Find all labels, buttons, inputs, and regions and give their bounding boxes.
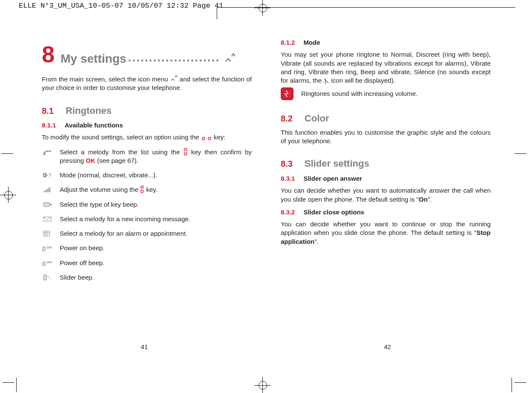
ok-key: OK (86, 157, 96, 164)
list-item: Select a melody for an alarm or appointm… (42, 229, 252, 238)
paragraph: To modify the sound settings, select an … (42, 133, 252, 142)
chapter-title: My settings (61, 52, 126, 66)
svg-point-4 (184, 153, 187, 155)
text: You can decide whether you want to autom… (281, 187, 491, 202)
registration-mark-icon (259, 4, 267, 12)
svg-point-3 (184, 148, 187, 151)
tip-icon (281, 87, 294, 100)
section-number: 8.3 (281, 158, 293, 170)
svg-point-7 (141, 190, 143, 193)
list-text: Power on beep. (60, 244, 252, 252)
alarm-icon (42, 230, 53, 237)
section-title: Slider close options (303, 208, 364, 217)
paragraph: You can decide whether you want to conti… (281, 220, 491, 246)
tip-text: Ringtones sound with increasing volume. (301, 90, 418, 98)
registration-mark-icon (262, 377, 263, 393)
section-title: Available functions (64, 121, 123, 130)
message-icon (42, 215, 53, 223)
crop-mark (3, 382, 15, 383)
list-text: Select a melody for an alarm or appointm… (60, 229, 252, 238)
svg-point-0 (202, 137, 205, 140)
registration-mark-icon (262, 0, 263, 16)
crop-mark (217, 7, 217, 19)
power-off-icon: OFF (42, 259, 53, 267)
crop-mark (16, 378, 17, 392)
list-text: Mode (normal, discreet, vibrate...). (60, 171, 252, 179)
section-8-2: 8.2 Color (281, 112, 491, 125)
section-number: 8.2 (281, 113, 293, 124)
text: key. (146, 186, 157, 193)
section-title: Ringtones (66, 104, 112, 117)
text: You can decide whether you want to conti… (281, 220, 491, 236)
section-8-1-2: 8.1.2 Mode (281, 38, 491, 47)
slider-beep-icon (42, 274, 53, 281)
list-item: Slider beep. (42, 273, 252, 282)
svg-rect-12 (43, 247, 45, 251)
svg-text:OFF: OFF (46, 260, 52, 264)
list-item: OFF Power off beep. (42, 259, 252, 267)
text: key: (214, 133, 226, 141)
section-8-3: 8.3 Slider settings (281, 157, 491, 170)
intro-paragraph: From the main screen, select the icon me… (42, 75, 252, 92)
text: (see page 67). (97, 157, 139, 164)
right-column: 8.1.2 Mode You may set your phone ringto… (281, 38, 491, 282)
svg-text:?: ? (49, 173, 51, 178)
svg-text:ON: ON (47, 246, 52, 249)
section-title: Color (305, 112, 329, 125)
section-title: Slider open answer (303, 174, 362, 183)
list-item: Select the type of key beep. (42, 200, 252, 209)
chapter-number: 8 (42, 43, 55, 66)
section-8-3-2: 8.3.2 Slider close options (281, 208, 491, 217)
text: ". (314, 238, 319, 245)
text: ". (427, 196, 432, 203)
chapter-dots: ...................... (128, 49, 220, 66)
list-text: Select a melody from the list using the … (60, 148, 252, 165)
crop-mark (1, 153, 13, 154)
page-number-left: 41 (141, 343, 148, 350)
registration-mark-icon (8, 187, 9, 203)
crop-mark (515, 153, 526, 154)
paragraph: You can decide whether you want to autom… (281, 186, 491, 204)
silence-icon (323, 78, 329, 84)
list-item: Adjust the volume using the key. (42, 185, 252, 194)
svg-rect-8 (44, 202, 49, 207)
function-list: Select a melody from the list using the … (42, 148, 252, 282)
section-number: 8.3.2 (281, 208, 295, 217)
volume-icon (42, 186, 53, 194)
crop-mark (512, 378, 512, 392)
up-down-key-icon (140, 185, 144, 193)
svg-point-1 (208, 137, 211, 140)
text: Select a melody from the list using the (60, 148, 183, 156)
list-item: Select a melody from the list using the … (42, 148, 252, 165)
left-right-key-icon (201, 136, 212, 141)
section-8-1: 8.1 Ringtones (42, 104, 252, 117)
content-area: 8 My settings ...................... Fro… (42, 38, 493, 282)
text: To modify the sound settings, select an … (42, 133, 201, 141)
svg-rect-14 (43, 262, 45, 266)
mode-icon: ? (42, 171, 53, 179)
section-8-3-1: 8.3.1 Slider open answer (281, 174, 491, 183)
settings-icon (170, 75, 177, 83)
page-number-right: 42 (384, 343, 391, 350)
section-number: 8.1 (42, 105, 54, 117)
list-item: ? Mode (normal, discreet, vibrate...). (42, 171, 252, 179)
paragraph: You may set your phone ringtone to Norma… (281, 50, 491, 85)
svg-rect-11 (44, 231, 49, 236)
settings-icon (223, 53, 236, 66)
paragraph: This function enables you to customise t… (281, 128, 491, 146)
svg-rect-16 (44, 275, 47, 280)
list-item: Select a melody for a new incoming messa… (42, 215, 252, 223)
list-text: Power off beep. (60, 259, 252, 267)
section-title: Mode (303, 38, 320, 47)
page-spread: ELLE N°3_UM_USA_10-05-07 10/05/07 12:32 … (0, 0, 532, 393)
text: On (419, 196, 428, 203)
power-on-icon: ON (42, 244, 53, 252)
section-8-1-1: 8.1.1 Available functions (42, 121, 252, 130)
left-column: 8 My settings ...................... Fro… (42, 38, 252, 282)
svg-point-2 (44, 153, 45, 155)
section-number: 8.3.1 (281, 174, 295, 183)
text: Adjust the volume using the (60, 186, 140, 193)
up-down-key-icon (183, 148, 188, 156)
svg-point-6 (141, 186, 143, 188)
text: icon will be displayed). (331, 77, 395, 84)
